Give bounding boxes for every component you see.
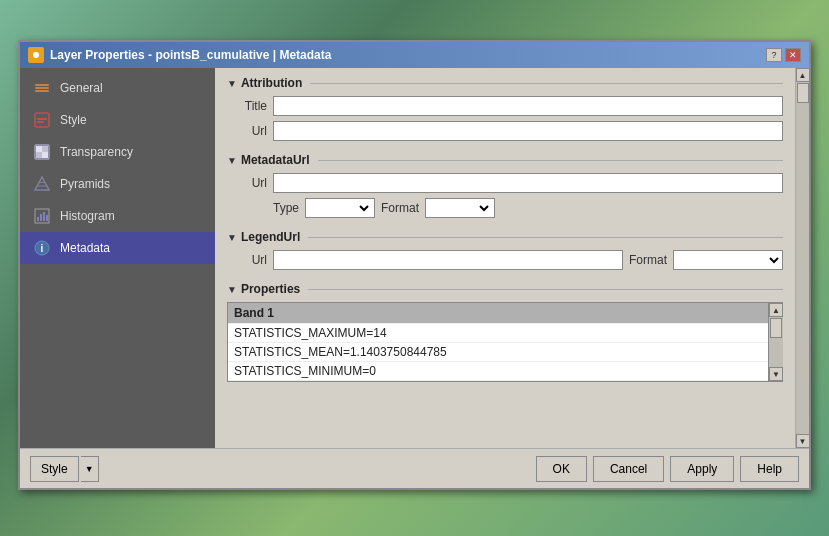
properties-header: ▼ Properties <box>227 282 783 296</box>
legend-url-divider <box>308 237 783 238</box>
attribution-title-row: Title <box>227 96 783 116</box>
sidebar-item-pyramids[interactable]: Pyramids <box>20 168 215 200</box>
attribution-title-input[interactable] <box>273 96 783 116</box>
properties-wrapper: Band 1 STATISTICS_MAXIMUM=14 STATISTICS_… <box>227 302 783 382</box>
apply-button[interactable]: Apply <box>670 456 734 482</box>
properties-list-inner: Band 1 STATISTICS_MAXIMUM=14 STATISTICS_… <box>228 303 768 381</box>
svg-rect-20 <box>46 215 48 221</box>
type-label: Type <box>273 201 299 215</box>
sidebar-item-general[interactable]: General <box>20 72 215 104</box>
type-format-row: Type FGDC TC211 Format text/html <box>273 198 783 218</box>
metadata-url-title: MetadataUrl <box>241 153 310 167</box>
legend-url-header: ▼ LegendUrl <box>227 230 783 244</box>
svg-rect-7 <box>37 121 44 123</box>
svg-rect-11 <box>42 146 48 152</box>
title-bar-left: Layer Properties - pointsB_cumulative | … <box>28 47 331 63</box>
sidebar-item-transparency[interactable]: Transparency <box>20 136 215 168</box>
cancel-button[interactable]: Cancel <box>593 456 664 482</box>
histogram-icon <box>32 206 52 226</box>
close-title-button[interactable]: ✕ <box>785 48 801 62</box>
ok-button[interactable]: OK <box>536 456 587 482</box>
svg-rect-19 <box>43 212 45 221</box>
scroll-thumb[interactable] <box>770 318 782 338</box>
main-content: ▼ Attribution Title Url ▼ MetadataUrl <box>215 68 795 448</box>
type-combo[interactable]: FGDC TC211 <box>305 198 375 218</box>
legend-format-combo[interactable]: image/png image/jpeg <box>673 250 783 270</box>
sidebar-item-metadata[interactable]: i Metadata <box>20 232 215 264</box>
svg-point-1 <box>33 52 39 58</box>
svg-rect-10 <box>42 152 48 158</box>
layer-properties-dialog: Layer Properties - pointsB_cumulative | … <box>18 40 811 490</box>
scroll-up-btn[interactable]: ▲ <box>769 303 783 317</box>
metadata-url-arrow: ▼ <box>227 155 237 166</box>
main-scroll-thumb[interactable] <box>797 83 809 103</box>
metadata-url-divider <box>318 160 783 161</box>
svg-rect-6 <box>37 118 47 120</box>
dialog-body: General Style <box>20 68 809 448</box>
style-dropdown-btn[interactable]: ▼ <box>81 456 99 482</box>
properties-arrow: ▼ <box>227 284 237 295</box>
transparency-icon <box>32 142 52 162</box>
type-select[interactable]: FGDC TC211 <box>308 201 372 215</box>
legend-url-title: LegendUrl <box>241 230 300 244</box>
sidebar-metadata-label: Metadata <box>60 241 110 255</box>
legend-url-input[interactable] <box>273 250 623 270</box>
svg-rect-18 <box>40 214 42 221</box>
main-scroll-down-btn[interactable]: ▼ <box>796 434 810 448</box>
footer-left: Style ▼ <box>30 456 99 482</box>
help-button[interactable]: Help <box>740 456 799 482</box>
main-scroll-up-btn[interactable]: ▲ <box>796 68 810 82</box>
format-select[interactable]: text/html text/xml <box>428 201 492 215</box>
legend-url-row: Url Format image/png image/jpeg <box>227 250 783 270</box>
sidebar-pyramids-label: Pyramids <box>60 177 110 191</box>
legend-url-section: ▼ LegendUrl Url Format image/png image/j… <box>227 230 783 270</box>
sidebar-histogram-label: Histogram <box>60 209 115 223</box>
list-item[interactable]: STATISTICS_MINIMUM=0 <box>228 362 768 381</box>
metadata-url-header: ▼ MetadataUrl <box>227 153 783 167</box>
list-item[interactable]: Band 1 <box>228 303 768 324</box>
properties-divider <box>308 289 783 290</box>
svg-rect-17 <box>37 217 39 221</box>
metadata-url-input[interactable] <box>273 173 783 193</box>
properties-list: Band 1 STATISTICS_MAXIMUM=14 STATISTICS_… <box>227 302 769 382</box>
attribution-url-input[interactable] <box>273 121 783 141</box>
list-item[interactable]: STATISTICS_MEAN=1.1403750844785 <box>228 343 768 362</box>
format-combo[interactable]: text/html text/xml <box>425 198 495 218</box>
attribution-title-label: Title <box>227 99 267 113</box>
list-item[interactable]: STATISTICS_MAXIMUM=14 <box>228 324 768 343</box>
scroll-down-btn[interactable]: ▼ <box>769 367 783 381</box>
help-title-button[interactable]: ? <box>766 48 782 62</box>
attribution-header: ▼ Attribution <box>227 76 783 90</box>
sidebar: General Style <box>20 68 215 448</box>
attribution-title: Attribution <box>241 76 302 90</box>
style-button[interactable]: Style <box>30 456 79 482</box>
svg-marker-13 <box>35 177 49 190</box>
sidebar-style-label: Style <box>60 113 87 127</box>
attribution-section: ▼ Attribution Title Url <box>227 76 783 141</box>
sidebar-item-style[interactable]: Style <box>20 104 215 136</box>
title-buttons: ? ✕ <box>766 48 801 62</box>
sidebar-item-histogram[interactable]: Histogram <box>20 200 215 232</box>
scroll-track <box>769 317 783 367</box>
metadata-url-label: Url <box>227 176 267 190</box>
pyramids-icon <box>32 174 52 194</box>
legend-url-label: Url <box>227 253 267 267</box>
gear-icon <box>32 78 52 98</box>
svg-text:i: i <box>41 243 44 254</box>
attribution-arrow: ▼ <box>227 78 237 89</box>
properties-title: Properties <box>241 282 300 296</box>
legend-format-label: Format <box>629 253 667 267</box>
svg-rect-12 <box>36 152 42 158</box>
footer-right: OK Cancel Apply Help <box>536 456 799 482</box>
title-bar: Layer Properties - pointsB_cumulative | … <box>20 42 809 68</box>
metadata-url-row: Url <box>227 173 783 193</box>
attribution-url-row: Url <box>227 121 783 141</box>
metadata-url-section: ▼ MetadataUrl Url Type FGDC TC211 <box>227 153 783 218</box>
svg-rect-2 <box>35 84 49 86</box>
main-scrollbar: ▲ ▼ <box>795 68 809 448</box>
info-icon: i <box>32 238 52 258</box>
dialog-icon <box>28 47 44 63</box>
main-scroll-track <box>796 82 810 434</box>
properties-section: ▼ Properties Band 1 STATISTICS_MAXIMUM=1… <box>227 282 783 382</box>
legend-format-select[interactable]: image/png image/jpeg <box>674 253 782 267</box>
